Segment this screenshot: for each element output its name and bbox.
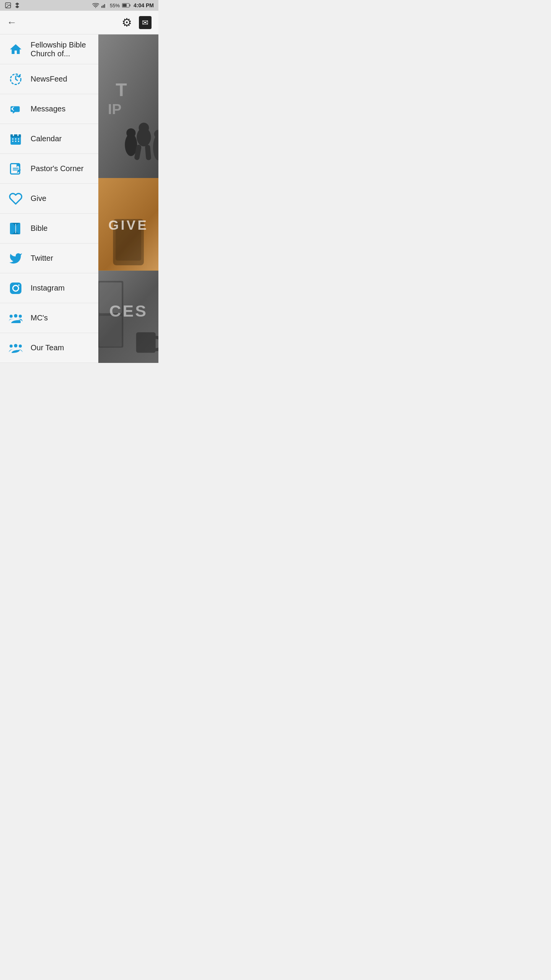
menu-label-calendar: Calendar bbox=[31, 134, 62, 143]
calendar-icon bbox=[8, 131, 24, 147]
panel-2[interactable]: GIVE bbox=[98, 178, 158, 270]
mcs-icon bbox=[8, 310, 24, 326]
mail-button[interactable]: ✉ bbox=[139, 16, 152, 29]
menu-item-newsfeed[interactable]: NewsFeed bbox=[0, 64, 98, 94]
menu-label-our-team: Our Team bbox=[31, 343, 64, 352]
svg-point-33 bbox=[14, 344, 18, 347]
svg-rect-18 bbox=[18, 138, 19, 139]
give-icon bbox=[8, 191, 24, 207]
main-content: Fellowship Bible Church of... NewsFeed bbox=[0, 34, 158, 363]
newsfeed-icon bbox=[8, 71, 24, 87]
instagram-icon bbox=[8, 280, 24, 296]
gear-icon[interactable]: ⚙ bbox=[122, 16, 132, 29]
svg-point-34 bbox=[19, 345, 22, 348]
svg-rect-19 bbox=[12, 140, 13, 142]
pastors-corner-icon bbox=[8, 161, 24, 177]
menu-item-home[interactable]: Fellowship Bible Church of... bbox=[0, 34, 98, 64]
svg-text:GIVE: GIVE bbox=[108, 217, 148, 232]
panel-3[interactable]: CES bbox=[98, 271, 158, 363]
menu-label-twitter: Twitter bbox=[31, 254, 53, 263]
battery-text: 55% bbox=[110, 3, 120, 8]
toolbar: ← ⚙ ✉ bbox=[0, 11, 158, 34]
svg-point-31 bbox=[19, 315, 22, 318]
image-column: T IP bbox=[98, 34, 158, 363]
svg-point-28 bbox=[18, 284, 20, 286]
time-text: 4:04 PM bbox=[134, 2, 154, 8]
menu-label-newsfeed: NewsFeed bbox=[31, 75, 67, 83]
svg-rect-16 bbox=[12, 138, 13, 139]
menu-item-instagram[interactable]: Instagram bbox=[0, 273, 98, 303]
svg-point-29 bbox=[10, 315, 13, 318]
svg-rect-10 bbox=[130, 4, 130, 6]
menu-item-pastors-corner[interactable]: Pastor's Corner bbox=[0, 154, 98, 184]
svg-point-41 bbox=[126, 128, 135, 137]
menu-item-messages[interactable]: Messages bbox=[0, 94, 98, 124]
svg-point-39 bbox=[139, 123, 149, 133]
svg-point-32 bbox=[10, 345, 13, 348]
menu-item-give[interactable]: Give bbox=[0, 184, 98, 214]
svg-text:CES: CES bbox=[109, 302, 147, 320]
menu-label-home: Fellowship Bible Church of... bbox=[31, 41, 91, 58]
svg-rect-20 bbox=[15, 140, 16, 142]
status-right-icons: 55% 4:04 PM bbox=[92, 2, 154, 8]
svg-point-1 bbox=[7, 4, 7, 5]
menu-label-messages: Messages bbox=[31, 105, 65, 113]
menu-item-mcs[interactable]: MC's bbox=[0, 303, 98, 333]
svg-text:T: T bbox=[116, 79, 127, 100]
twitter-icon bbox=[8, 250, 24, 266]
back-button[interactable]: ← bbox=[7, 16, 17, 28]
svg-rect-7 bbox=[106, 3, 106, 8]
dropbox-status-icon bbox=[14, 2, 21, 9]
svg-marker-2 bbox=[15, 3, 20, 8]
menu-label-give: Give bbox=[31, 194, 46, 203]
svg-rect-6 bbox=[104, 4, 105, 8]
our-team-icon bbox=[8, 340, 24, 356]
svg-rect-4 bbox=[101, 6, 102, 8]
svg-rect-54 bbox=[136, 332, 155, 353]
menu-item-calendar[interactable]: Calendar bbox=[0, 124, 98, 154]
svg-rect-17 bbox=[15, 138, 16, 139]
svg-rect-5 bbox=[103, 5, 104, 8]
svg-rect-53 bbox=[99, 316, 122, 346]
menu-item-twitter[interactable]: Twitter bbox=[0, 243, 98, 273]
menu-item-our-team[interactable]: Our Team bbox=[0, 333, 98, 363]
bible-icon bbox=[8, 220, 24, 237]
menu-label-bible: Bible bbox=[31, 224, 47, 233]
svg-text:IP: IP bbox=[108, 101, 121, 117]
image-status-icon bbox=[5, 2, 11, 9]
menu-label-mcs: MC's bbox=[31, 314, 48, 322]
panel-1-bg: T IP bbox=[98, 34, 158, 178]
menu-item-bible[interactable]: Bible bbox=[0, 214, 98, 243]
svg-rect-21 bbox=[18, 140, 19, 142]
home-icon bbox=[8, 41, 24, 57]
messages-icon bbox=[8, 101, 24, 117]
svg-rect-9 bbox=[123, 4, 127, 7]
svg-rect-13 bbox=[11, 134, 21, 137]
menu-label-instagram: Instagram bbox=[31, 284, 65, 292]
menu-list: Fellowship Bible Church of... NewsFeed bbox=[0, 34, 98, 363]
panel-1[interactable]: T IP bbox=[98, 34, 158, 178]
panel-2-bg: GIVE bbox=[98, 178, 158, 270]
svg-point-30 bbox=[14, 314, 18, 317]
svg-point-3 bbox=[95, 7, 96, 8]
signal-icon bbox=[101, 3, 108, 8]
status-left-icons bbox=[5, 2, 21, 9]
wifi-icon bbox=[92, 3, 99, 8]
menu-label-pastors-corner: Pastor's Corner bbox=[31, 164, 83, 173]
battery-icon bbox=[122, 3, 130, 8]
svg-rect-26 bbox=[10, 283, 21, 294]
panel-3-bg: CES bbox=[98, 271, 158, 363]
status-bar: 55% 4:04 PM bbox=[0, 0, 158, 11]
